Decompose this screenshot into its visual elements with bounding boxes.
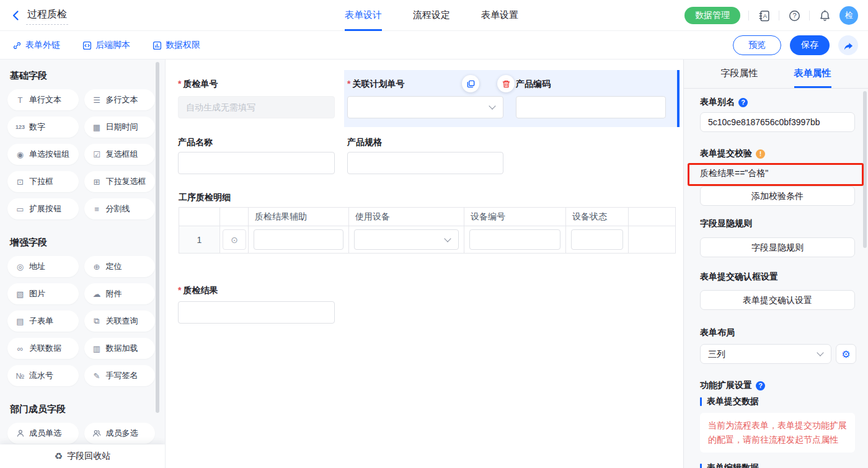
field-label-product-name: 产品名称 <box>178 136 213 148</box>
field-pill-single-line-text[interactable]: T单行文本 <box>7 89 79 110</box>
help-icon[interactable]: ? <box>787 9 801 22</box>
radio-group-icon: ◉ <box>16 150 25 159</box>
field-pill-attachment[interactable]: ☁附件 <box>84 283 156 304</box>
field-pill-divider[interactable]: ≡分割线 <box>84 198 156 219</box>
field-pill-label: 关联查询 <box>106 316 138 327</box>
selected-field-resize-handle[interactable] <box>677 70 680 127</box>
field-pill-radio-group[interactable]: ◉单选按钮组 <box>7 144 79 165</box>
visibility-rules-button[interactable]: 字段显隐规则 <box>700 237 855 257</box>
top-tab-1[interactable]: 流程设定 <box>413 0 450 31</box>
field-pill-image[interactable]: ▧图片 <box>7 283 79 304</box>
help-circle-icon[interactable]: ? <box>738 98 748 107</box>
field-pill-address[interactable]: ◎地址 <box>7 256 79 277</box>
field-pill-label: 下拉框 <box>29 176 53 187</box>
field-pill-extend-button[interactable]: ▭扩展按钮 <box>7 198 79 219</box>
data-manage-button[interactable]: 数据管理 <box>684 7 740 24</box>
delete-field-button[interactable] <box>497 75 515 92</box>
field-label-product-code: 产品编码 <box>516 77 551 90</box>
copy-field-button[interactable] <box>462 75 479 92</box>
share-button[interactable] <box>838 35 858 55</box>
form-alias-input[interactable]: 5c10c9e8187656c0bf3997bb <box>700 112 855 132</box>
subform-cell-select <box>349 226 464 253</box>
panel-scrollbar[interactable] <box>863 91 867 248</box>
save-button[interactable]: 保存 <box>790 35 830 55</box>
field-pill-signature[interactable]: ✎手写签名 <box>84 365 156 386</box>
field-pill-label: 多行文本 <box>106 94 138 105</box>
subform-input[interactable] <box>571 229 623 250</box>
field-pill-label: 地址 <box>29 261 45 272</box>
bell-icon[interactable] <box>818 9 831 22</box>
divider <box>748 11 749 20</box>
top-tab-0[interactable]: 表单设计 <box>345 0 382 31</box>
field-pill-label: 附件 <box>106 288 122 299</box>
attachment-icon: ☁ <box>92 289 102 299</box>
avatar[interactable]: 检 <box>839 6 858 25</box>
field-label-subform: 工序质检明细 <box>179 191 231 203</box>
field-pill-serial-number[interactable]: №流水号 <box>7 365 79 386</box>
field-pill-member-single[interactable]: 成员单选 <box>7 423 79 444</box>
field-pill-label: 成员单选 <box>29 428 61 439</box>
address-icon: ◎ <box>16 262 25 272</box>
toolbar-link[interactable]: 表单外链 <box>12 40 60 51</box>
extend-button-icon: ▭ <box>16 205 25 214</box>
field-pill-data-load[interactable]: ▥数据加载 <box>84 338 156 359</box>
share-arrow-icon <box>843 40 854 51</box>
trash-icon <box>502 79 511 89</box>
product-name-input[interactable] <box>178 152 335 174</box>
submit-data-subtitle: 表单提交数据 <box>700 396 759 407</box>
subform-input[interactable] <box>469 229 560 250</box>
field-pill-linked-data[interactable]: ∞关联数据 <box>7 338 79 359</box>
visibility-rules-label: 字段显隐规则 <box>700 218 752 229</box>
flow-form-notice: 当前为流程表单，表单提交功能扩展的配置，请前往流程发起节点属性 <box>700 413 855 453</box>
field-pill-subform[interactable]: ▤子表单 <box>7 311 79 332</box>
panel-tab-0[interactable]: 字段属性 <box>721 60 758 88</box>
field-pill-label: 图片 <box>29 288 45 299</box>
field-recycle-bin[interactable]: ♻ 字段回收站 <box>0 444 165 468</box>
field-pill-location[interactable]: ⊕定位 <box>84 256 156 277</box>
field-pill-multi-select[interactable]: ⊞下拉复选框 <box>84 171 156 192</box>
properties-tabs: 字段属性表单属性 <box>684 60 868 89</box>
layout-select[interactable]: 三列 <box>700 344 831 364</box>
field-pill-datetime[interactable]: ▦日期时间 <box>84 117 156 138</box>
preview-button[interactable]: 预览 <box>733 35 781 55</box>
qc-no-input[interactable]: 自动生成无需填写 <box>178 96 335 118</box>
toolbar-link[interactable]: 后端脚本 <box>82 40 130 51</box>
toolbar-link[interactable]: 数据权限 <box>153 40 200 51</box>
field-pill-multi-line-text[interactable]: ☰多行文本 <box>84 89 156 110</box>
submit-confirm-button[interactable]: 表单提交确认设置 <box>700 290 855 310</box>
layout-settings-button[interactable]: ⚙ <box>836 344 856 364</box>
chevron-down-icon <box>444 235 451 242</box>
row-selector-button[interactable]: ⊙ <box>223 229 246 250</box>
subform-input[interactable] <box>254 229 343 250</box>
number-icon: 123 <box>16 124 25 130</box>
field-pill-label: 扩展按钮 <box>29 203 61 214</box>
field-pill-select[interactable]: ⊡下拉框 <box>7 171 79 192</box>
toolbar-link-label: 表单外链 <box>25 40 60 51</box>
back-icon[interactable] <box>10 9 22 22</box>
warning-circle-icon[interactable]: ! <box>756 149 765 159</box>
chevron-down-icon <box>817 349 823 356</box>
data-permission-icon <box>153 41 162 50</box>
field-pill-member-multi[interactable]: 成员多选 <box>84 423 156 444</box>
plan-no-select[interactable] <box>347 96 503 118</box>
top-tab-2[interactable]: 表单设置 <box>481 0 518 31</box>
field-pill-number[interactable]: 123数字 <box>7 117 79 138</box>
validation-rule-item[interactable]: 质检结果=="合格" <box>700 167 768 179</box>
product-spec-input[interactable] <box>347 152 503 174</box>
product-code-input[interactable] <box>516 96 666 118</box>
panel-tab-1[interactable]: 表单属性 <box>794 60 831 88</box>
field-pill-label: 单选按钮组 <box>29 149 69 160</box>
contacts-icon[interactable]: A <box>757 9 771 22</box>
field-pill-checkbox-group[interactable]: ☑复选框组 <box>84 144 156 165</box>
add-validation-button[interactable]: 添加校验条件 <box>700 186 855 206</box>
serial-number-icon: № <box>16 371 25 381</box>
sidebar-scrollbar[interactable] <box>156 62 159 413</box>
field-pill-linked-query[interactable]: ⧉关联查询 <box>84 311 156 332</box>
qc-result-input[interactable] <box>178 301 335 324</box>
subform-cell-input <box>464 226 566 253</box>
page-title[interactable]: 过程质检 <box>26 8 68 25</box>
subform-select[interactable] <box>354 229 459 250</box>
edit-data-subtitle: 表单编辑数据 <box>700 462 759 468</box>
help-circle-icon[interactable]: ? <box>756 381 765 391</box>
field-pill-label: 分割线 <box>106 203 130 214</box>
